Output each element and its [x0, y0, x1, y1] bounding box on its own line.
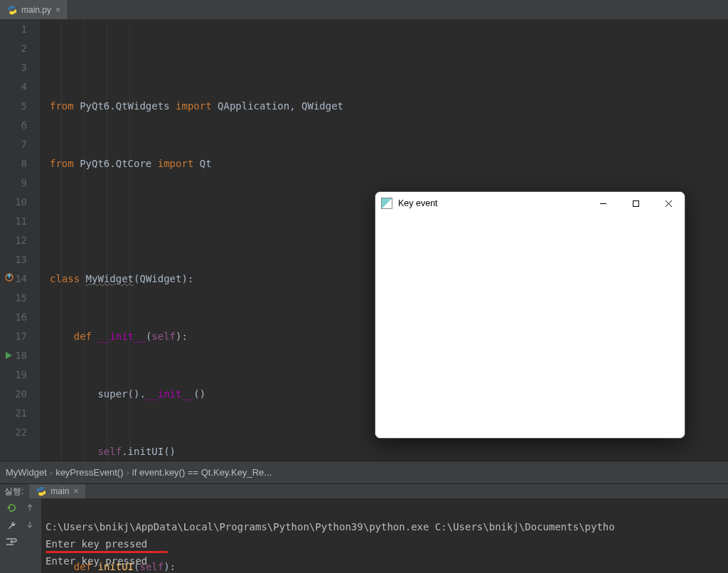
console-line: Enter key pressed	[46, 555, 147, 567]
console-line: C:\Users\bnikj\AppData\Local\Programs\Py…	[46, 521, 615, 532]
rerun-button[interactable]	[5, 501, 18, 514]
scroll-down-icon[interactable]	[23, 518, 36, 531]
close-button[interactable]	[652, 192, 685, 215]
minimize-button[interactable]	[587, 192, 619, 215]
settings-wrench-icon[interactable]	[5, 518, 18, 531]
breadcrumb-class[interactable]: MyWidget	[6, 467, 47, 478]
running-app-window[interactable]: Key event	[375, 191, 685, 439]
editor-gutter: 1234 5678 9101112 13141516 17181920 2122	[0, 20, 40, 461]
python-icon	[36, 486, 46, 496]
run-gutter-play-icon[interactable]	[4, 351, 13, 360]
app-titlebar[interactable]: Key event	[375, 192, 685, 215]
run-toolbar	[0, 498, 41, 573]
python-icon	[7, 5, 17, 15]
file-tab-label: main.py	[21, 5, 51, 15]
run-console[interactable]: C:\Users\bnikj\AppData\Local\Programs\Py…	[41, 498, 728, 573]
editor-tab-bar: main.py ×	[0, 0, 728, 20]
app-icon	[381, 198, 392, 209]
override-gutter-icon[interactable]	[4, 272, 14, 282]
scroll-up-icon[interactable]	[23, 501, 36, 514]
app-client-area[interactable]	[375, 215, 685, 438]
console-line: Enter key pressed	[46, 538, 147, 550]
run-label: 실행:	[4, 486, 23, 498]
close-tab-icon[interactable]: ×	[55, 5, 60, 15]
svg-rect-1	[633, 200, 638, 206]
annotation-red-underline	[46, 551, 168, 553]
maximize-icon	[632, 200, 640, 208]
minimize-icon	[599, 200, 607, 208]
app-window-title: Key event	[398, 198, 587, 208]
maximize-button[interactable]	[619, 192, 652, 215]
close-icon	[665, 200, 673, 208]
file-tab-main-py[interactable]: main.py ×	[0, 0, 68, 19]
soft-wrap-icon[interactable]	[5, 535, 18, 548]
